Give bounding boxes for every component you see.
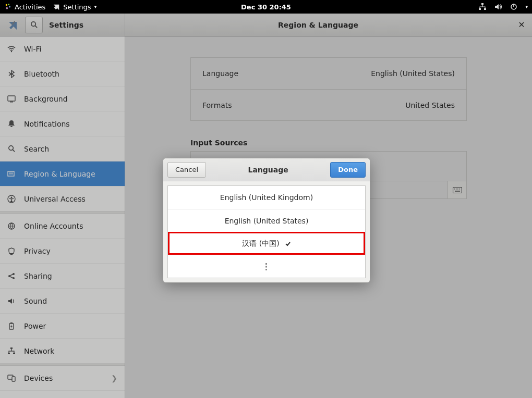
- svg-point-3: [6, 7, 8, 9]
- volume-icon[interactable]: [494, 3, 502, 11]
- done-button[interactable]: Done: [330, 162, 366, 178]
- app-menu[interactable]: Settings ▾: [53, 3, 96, 11]
- dialog-headerbar: Cancel Language Done: [163, 158, 370, 181]
- svg-point-2: [9, 6, 10, 7]
- language-option-en-gb[interactable]: English (United Kingdom): [168, 186, 365, 209]
- network-wired-icon[interactable]: [478, 3, 487, 11]
- gnome-foot-icon: [4, 3, 11, 10]
- more-languages-button[interactable]: [168, 255, 365, 278]
- svg-rect-5: [479, 8, 481, 10]
- more-vertical-icon: [265, 263, 268, 271]
- check-icon: [285, 241, 291, 247]
- activities-label: Activities: [15, 3, 45, 11]
- power-icon[interactable]: [510, 3, 518, 11]
- svg-point-0: [6, 4, 8, 6]
- language-option-zh-cn[interactable]: 汉语 (中国): [168, 232, 365, 255]
- svg-rect-38: [265, 266, 267, 267]
- dropdown-caret-icon: ▾: [94, 4, 97, 9]
- svg-point-1: [8, 4, 9, 5]
- svg-rect-4: [481, 3, 483, 5]
- settings-tool-icon: [53, 3, 60, 10]
- cancel-button[interactable]: Cancel: [167, 162, 206, 178]
- app-menu-label: Settings: [63, 3, 91, 11]
- activities-button[interactable]: Activities: [4, 3, 45, 11]
- language-list: English (United Kingdom) English (United…: [167, 185, 366, 278]
- language-chooser-dialog: Cancel Language Done English (United Kin…: [163, 158, 370, 283]
- language-option-en-us[interactable]: English (United States): [168, 209, 365, 232]
- svg-rect-39: [265, 269, 267, 270]
- svg-rect-6: [484, 8, 486, 10]
- svg-rect-8: [514, 4, 515, 7]
- dialog-title: Language: [206, 166, 330, 174]
- clock[interactable]: Dec 30 20:45: [241, 3, 291, 11]
- svg-rect-37: [265, 263, 267, 265]
- system-caret-icon[interactable]: ▾: [525, 4, 528, 9]
- gnome-topbar: Activities Settings ▾ Dec 30 20:45 ▾: [0, 0, 532, 14]
